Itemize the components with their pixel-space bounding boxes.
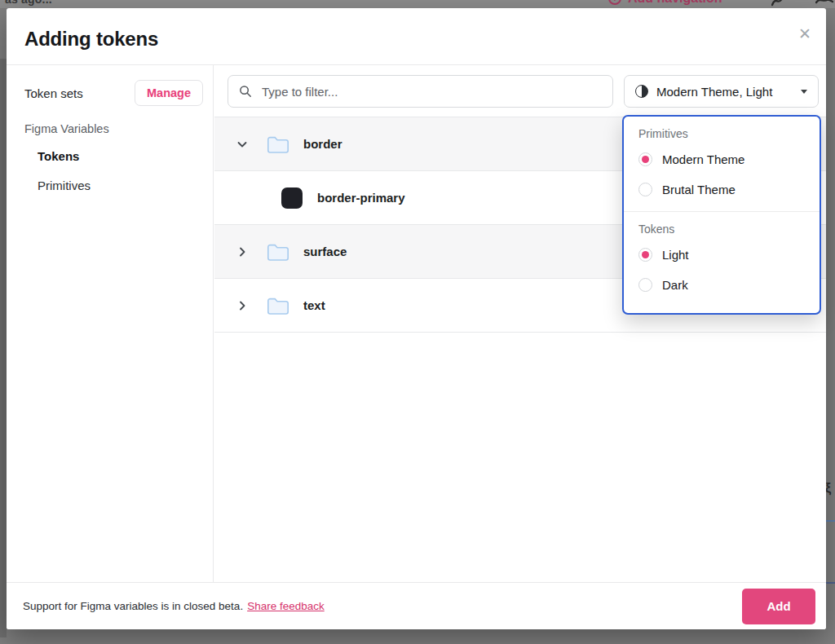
token-label: border-primary — [317, 191, 405, 205]
plus-circle-icon: + — [608, 0, 621, 5]
radio-label: Light — [662, 248, 689, 262]
background-left-band — [0, 59, 7, 637]
beta-note: Support for Figma variables is in closed… — [23, 600, 243, 612]
radio-option-dark[interactable]: Dark — [624, 276, 820, 293]
popup-group-heading: Primitives — [624, 127, 820, 140]
radio-label: Modern Theme — [662, 152, 744, 166]
theme-selector-button[interactable]: Modern Theme, Light — [624, 75, 819, 108]
chevron-right-icon[interactable] — [236, 245, 249, 258]
token-sets-heading: Token sets — [24, 86, 83, 100]
search-icon — [239, 85, 252, 98]
filter-input[interactable] — [260, 84, 602, 99]
radio-selected-icon[interactable] — [638, 152, 652, 166]
cursor-scribble-icon — [815, 0, 833, 7]
add-button[interactable]: Add — [742, 589, 815, 624]
background-blue-line — [826, 582, 835, 584]
chevron-down-icon[interactable] — [236, 138, 249, 151]
background-nav-label: Add navigation — [628, 0, 722, 6]
manage-button[interactable]: Manage — [135, 80, 203, 106]
radio-option-modern-theme[interactable]: Modern Theme — [624, 151, 820, 167]
modal-footer: Support for Figma variables is in closed… — [7, 582, 826, 629]
color-swatch — [281, 187, 303, 209]
modal-title: Adding tokens — [24, 28, 158, 51]
caret-down-icon — [801, 90, 807, 94]
token-label: surface — [303, 245, 347, 258]
background-page-strip: as ago... + Add navigation — [0, 0, 835, 8]
background-blue-line — [826, 520, 835, 522]
radio-unselected-icon[interactable] — [638, 278, 652, 292]
sidebar-item-primitives[interactable]: Primitives — [38, 179, 91, 192]
sidebar-item-tokens[interactable]: Tokens — [38, 149, 79, 163]
popup-divider — [624, 211, 820, 212]
background-text-fragment: as ago... — [5, 0, 52, 6]
chevron-right-icon[interactable] — [236, 299, 249, 312]
theme-selector-popup: PrimitivesModern ThemeBrutal ThemeTokens… — [622, 115, 821, 315]
adding-tokens-modal: Adding tokens ✕ Token sets Manage Figma … — [7, 8, 826, 629]
pen-scribble-icon — [771, 0, 789, 7]
background-add-navigation: + Add navigation — [608, 0, 722, 6]
folder-icon — [266, 242, 290, 262]
radio-option-brutal-theme[interactable]: Brutal Theme — [624, 181, 820, 197]
figma-variables-group-label: Figma Variables — [24, 122, 109, 135]
radio-unselected-icon[interactable] — [638, 183, 652, 196]
radio-label: Dark — [662, 278, 688, 292]
radio-selected-icon[interactable] — [638, 248, 652, 262]
folder-icon — [266, 296, 290, 315]
toolbar: Modern Theme, Light — [228, 75, 819, 108]
radio-option-light[interactable]: Light — [624, 246, 820, 262]
theme-selector-label: Modern Theme, Light — [656, 85, 793, 99]
radio-label: Brutal Theme — [662, 183, 736, 196]
brace-squiggle-icon: ξ — [825, 481, 831, 496]
token-sets-sidebar: Token sets Manage Figma Variables Tokens… — [7, 64, 214, 582]
share-feedback-link[interactable]: Share feedback — [247, 600, 325, 612]
popup-group-heading: Tokens — [624, 223, 820, 236]
close-icon[interactable]: ✕ — [798, 26, 811, 42]
token-label: border — [303, 137, 342, 151]
folder-icon — [266, 135, 290, 154]
token-sets-header-row: Token sets Manage — [24, 80, 203, 106]
filter-searchbox[interactable] — [228, 75, 613, 108]
token-label: text — [303, 298, 325, 312]
modal-header: Adding tokens ✕ — [7, 8, 826, 65]
contrast-icon — [635, 85, 648, 98]
